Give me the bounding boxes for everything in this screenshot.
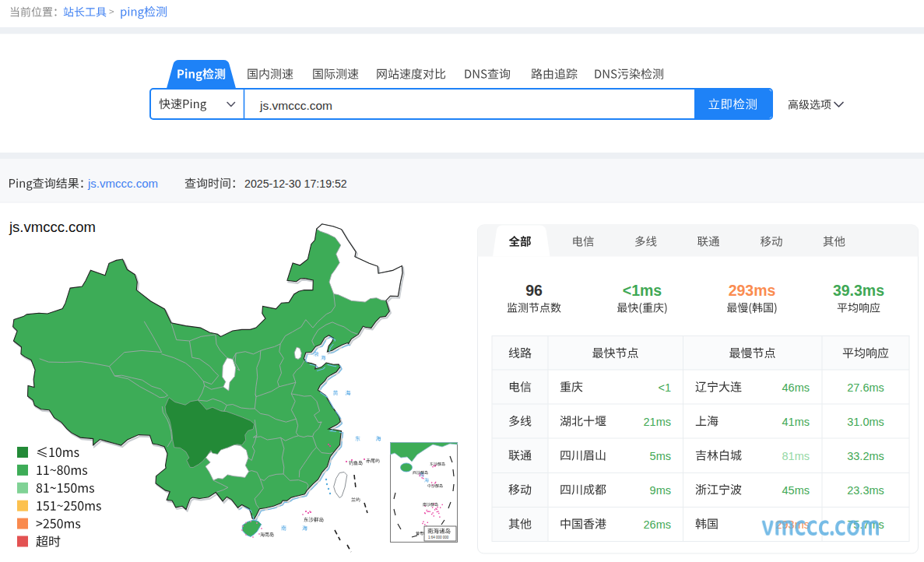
- svg-text:js.vmccc.com: js.vmccc.com: [9, 219, 96, 235]
- svg-text:9ms: 9ms: [650, 484, 671, 497]
- svg-text:<1ms: <1ms: [623, 282, 662, 299]
- svg-text:27.6ms: 27.6ms: [847, 381, 884, 394]
- svg-text:33.2ms: 33.2ms: [847, 450, 884, 462]
- svg-text:45ms: 45ms: [782, 484, 810, 497]
- svg-text:96: 96: [525, 282, 543, 299]
- svg-text:1:64 000 000: 1:64 000 000: [428, 536, 449, 539]
- svg-text:39.3ms: 39.3ms: [833, 282, 884, 299]
- svg-text:26ms: 26ms: [644, 518, 671, 531]
- svg-text:5ms: 5ms: [650, 450, 671, 462]
- svg-text:js.vmccc.com: js.vmccc.com: [87, 177, 158, 190]
- svg-text:21ms: 21ms: [644, 416, 671, 428]
- svg-text:293ms: 293ms: [729, 282, 776, 299]
- svg-text:2025-12-30 17:19:52: 2025-12-30 17:19:52: [244, 177, 347, 190]
- svg-text:41ms: 41ms: [782, 416, 810, 428]
- svg-text:31.0ms: 31.0ms: [847, 416, 884, 428]
- svg-text:23.3ms: 23.3ms: [847, 484, 884, 497]
- svg-text:<1: <1: [658, 381, 671, 394]
- svg-text:46ms: 46ms: [782, 381, 810, 394]
- svg-text:81ms: 81ms: [782, 450, 810, 462]
- svg-text:js.vmccc.com: js.vmccc.com: [259, 99, 332, 112]
